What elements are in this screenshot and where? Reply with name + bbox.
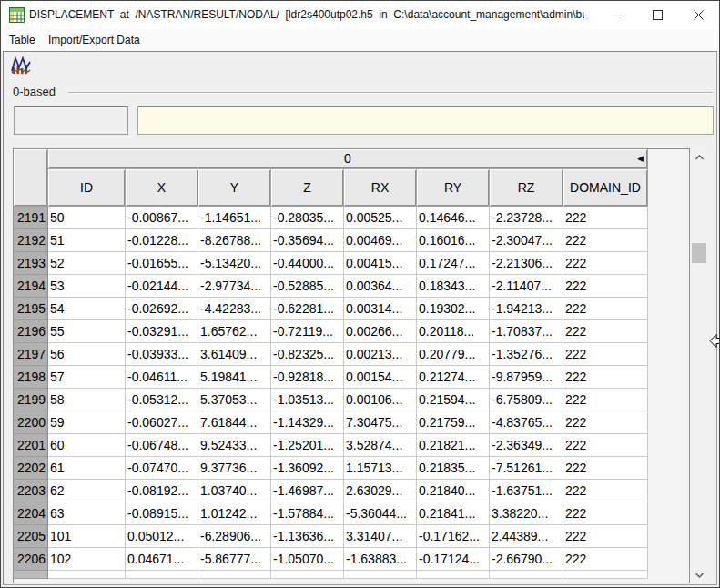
data-cell[interactable]: 1.15713... xyxy=(344,457,417,480)
data-cell[interactable]: 52 xyxy=(48,252,126,275)
data-cell[interactable]: 102 xyxy=(48,548,126,571)
column-header-y[interactable]: Y xyxy=(198,169,271,207)
data-cell[interactable]: -1.63751... xyxy=(490,480,563,502)
data-cell[interactable]: 0.16016... xyxy=(417,229,490,252)
data-cell[interactable]: -1.46987... xyxy=(271,480,344,502)
data-cell[interactable]: -8.26788... xyxy=(198,229,271,252)
span-column-header[interactable]: 0 ◀ xyxy=(48,149,648,169)
data-cell[interactable]: -0.01655... xyxy=(126,252,198,275)
data-cell[interactable]: 1.65762... xyxy=(198,320,271,343)
data-cell[interactable]: 0.00364... xyxy=(344,275,417,298)
data-cell[interactable]: 0.21274... xyxy=(417,366,490,389)
data-cell[interactable]: -0.52885... xyxy=(271,275,344,298)
data-cell[interactable]: 60 xyxy=(48,434,126,457)
row-header-cell[interactable] xyxy=(14,571,48,579)
data-cell[interactable] xyxy=(344,571,417,579)
data-cell[interactable]: -0.01228... xyxy=(126,229,198,252)
column-header-x[interactable]: X xyxy=(126,169,198,207)
data-cell[interactable]: 0.21841... xyxy=(417,502,490,525)
data-cell[interactable]: 222 xyxy=(563,207,648,229)
data-cell[interactable]: 0.21594... xyxy=(417,389,490,411)
data-cell[interactable] xyxy=(417,571,490,579)
data-cell[interactable]: 0.21821... xyxy=(417,434,490,457)
data-cell[interactable] xyxy=(271,571,344,579)
data-cell[interactable]: 54 xyxy=(48,298,126,320)
data-cell[interactable]: 58 xyxy=(48,389,126,411)
column-header-rx[interactable]: RX xyxy=(344,169,417,207)
data-cell[interactable]: -6.28906... xyxy=(198,525,271,548)
data-cell[interactable]: -0.35694... xyxy=(271,229,344,252)
cell-value-field[interactable] xyxy=(137,106,714,135)
data-cell[interactable]: 0.00525... xyxy=(344,207,417,229)
data-cell[interactable]: 0.20118... xyxy=(417,320,490,343)
menu-item-import-export-data[interactable]: Import/Export Data xyxy=(48,29,140,51)
collapse-left-icon[interactable]: ◀ xyxy=(637,149,644,168)
data-cell[interactable]: -1.25201... xyxy=(271,434,344,457)
data-cell[interactable]: -1.57884... xyxy=(271,502,344,525)
data-cell[interactable]: -1.35276... xyxy=(490,343,563,366)
data-cell[interactable]: 222 xyxy=(563,298,648,320)
data-cell[interactable]: 222 xyxy=(563,525,648,548)
data-cell[interactable]: -0.44000... xyxy=(271,252,344,275)
cell-selection-field[interactable] xyxy=(14,106,128,135)
row-header-cell[interactable]: 2202 xyxy=(14,457,48,480)
data-cell[interactable]: 53 xyxy=(48,275,126,298)
data-cell[interactable]: 222 xyxy=(563,229,648,252)
column-header-z[interactable]: Z xyxy=(271,169,344,207)
column-header-id[interactable]: ID xyxy=(48,169,126,207)
data-cell[interactable]: 222 xyxy=(563,366,648,389)
data-cell[interactable]: -0.02692... xyxy=(126,298,198,320)
row-header-cell[interactable]: 2206 xyxy=(14,548,48,571)
data-cell[interactable] xyxy=(48,571,126,579)
row-header-cell[interactable]: 2204 xyxy=(14,502,48,525)
row-header-cell[interactable]: 2192 xyxy=(14,229,48,252)
data-cell[interactable]: 0.04671... xyxy=(126,548,198,571)
data-cell[interactable]: 222 xyxy=(563,343,648,366)
data-cell[interactable]: -1.03513... xyxy=(271,389,344,411)
data-cell[interactable]: 1.01242... xyxy=(198,502,271,525)
scroll-down-button[interactable] xyxy=(690,567,708,583)
data-cell[interactable]: 9.37736... xyxy=(198,457,271,480)
data-cell[interactable]: 0.20779... xyxy=(417,343,490,366)
minimize-button[interactable] xyxy=(596,1,637,29)
data-cell[interactable]: 0.21840... xyxy=(417,480,490,502)
data-cell[interactable]: 3.61409... xyxy=(198,343,271,366)
data-cell[interactable]: 0.00415... xyxy=(344,252,417,275)
row-header-cell[interactable]: 2193 xyxy=(14,252,48,275)
data-cell[interactable]: -0.28035... xyxy=(271,207,344,229)
vertical-scrollbar[interactable] xyxy=(690,149,708,583)
data-cell[interactable]: 222 xyxy=(563,320,648,343)
data-cell[interactable]: -2.11407... xyxy=(490,275,563,298)
data-cell[interactable]: -1.05070... xyxy=(271,548,344,571)
data-cell[interactable]: -1.94213... xyxy=(490,298,563,320)
menu-item-table[interactable]: Table xyxy=(9,29,35,51)
data-cell[interactable]: 0.00266... xyxy=(344,320,417,343)
data-cell[interactable]: -0.72119... xyxy=(271,320,344,343)
data-cell[interactable]: -1.14329... xyxy=(271,411,344,434)
data-cell[interactable]: 222 xyxy=(563,502,648,525)
data-cell[interactable]: 222 xyxy=(563,389,648,411)
data-cell[interactable]: 50 xyxy=(48,207,126,229)
data-cell[interactable]: -4.83765... xyxy=(490,411,563,434)
data-cell[interactable]: -0.82325... xyxy=(271,343,344,366)
data-cell[interactable]: 2.63029... xyxy=(344,480,417,502)
data-cell[interactable]: 222 xyxy=(563,411,648,434)
data-cell[interactable]: 0.14646... xyxy=(417,207,490,229)
data-cell[interactable]: -2.21306... xyxy=(490,252,563,275)
data-cell[interactable] xyxy=(198,571,271,579)
open-lineplot-button[interactable] xyxy=(9,56,33,79)
row-header-cell[interactable]: 2194 xyxy=(14,275,48,298)
close-button[interactable] xyxy=(678,1,719,29)
data-cell[interactable]: 9.52433... xyxy=(198,434,271,457)
scroll-up-button[interactable] xyxy=(690,149,708,165)
data-cell[interactable]: -0.02144... xyxy=(126,275,198,298)
column-header-rz[interactable]: RZ xyxy=(490,169,563,207)
row-header-cell[interactable]: 2199 xyxy=(14,389,48,411)
data-cell[interactable]: 222 xyxy=(563,434,648,457)
data-cell[interactable]: -1.63883... xyxy=(344,548,417,571)
data-cell[interactable]: -2.23728... xyxy=(490,207,563,229)
data-cell[interactable]: 1.03740... xyxy=(198,480,271,502)
data-cell[interactable]: -9.87959... xyxy=(490,366,563,389)
data-cell[interactable]: -0.04611... xyxy=(126,366,198,389)
data-cell[interactable]: 222 xyxy=(563,480,648,502)
